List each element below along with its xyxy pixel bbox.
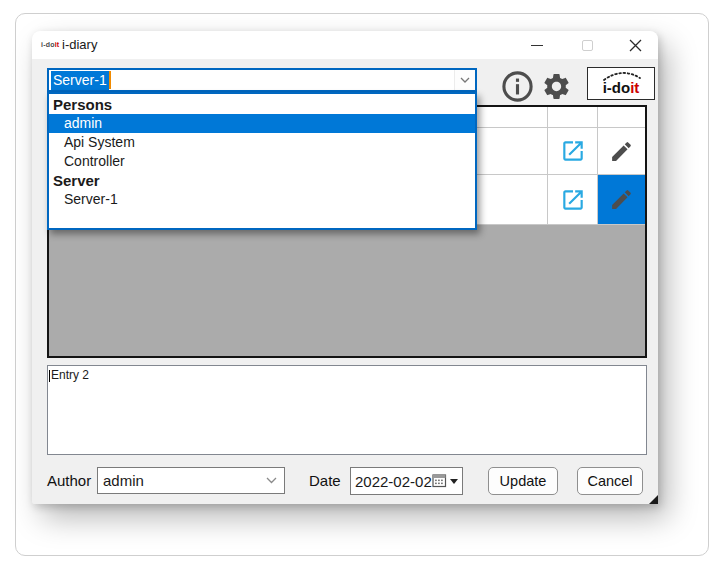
header-cell-open	[547, 107, 597, 127]
open-external-icon	[560, 138, 586, 164]
author-label: Author	[47, 472, 91, 489]
dropdown-group-server: Server	[49, 171, 475, 190]
resize-grip[interactable]	[649, 495, 658, 504]
screenshot-canvas: i-doit i-diary Server-1 Persons admin Ap…	[0, 0, 725, 570]
dropdown-arrow-icon	[450, 479, 458, 484]
object-combobox[interactable]: Server-1	[47, 68, 477, 92]
minimize-button[interactable]	[520, 31, 554, 59]
brand-arc-icon	[602, 70, 642, 81]
dropdown-item-controller[interactable]: Controller	[49, 152, 475, 171]
dropdown-item-admin[interactable]: admin	[49, 114, 475, 133]
combobox-dropdown-button[interactable]	[454, 70, 475, 90]
object-dropdown-list: Persons admin Api System Controller Serv…	[47, 92, 477, 230]
date-picker[interactable]: 2022-02-02	[350, 467, 463, 495]
minimize-icon	[531, 45, 543, 46]
text-caret	[109, 71, 111, 89]
header-cell-edit	[597, 107, 645, 127]
dropdown-item-server-1[interactable]: Server-1	[49, 190, 475, 209]
date-label: Date	[309, 472, 341, 489]
combobox-selected-text: Server-1	[51, 71, 109, 90]
info-icon	[501, 70, 534, 103]
window-titlebar: i-doit i-diary	[32, 31, 658, 59]
gear-icon	[541, 71, 572, 102]
date-value: 2022-02-02	[355, 473, 432, 490]
chevron-down-icon	[460, 77, 470, 83]
app-icon: i-doit	[41, 40, 59, 50]
dropdown-group-persons: Persons	[49, 95, 475, 114]
calendar-icon	[432, 474, 447, 488]
edit-icon	[609, 187, 634, 212]
close-icon	[629, 39, 642, 52]
dropdown-item-api-system[interactable]: Api System	[49, 133, 475, 152]
maximize-icon	[582, 40, 593, 51]
author-combobox[interactable]: admin	[97, 467, 285, 494]
edit-button-selected[interactable]	[597, 175, 645, 224]
text-caret	[49, 370, 50, 382]
brand-label: i-doit	[603, 80, 640, 96]
i-diary-window: i-doit i-diary Server-1 Persons admin Ap…	[32, 31, 658, 504]
edit-button[interactable]	[597, 128, 645, 174]
idoit-brand-button[interactable]: i-doit	[587, 67, 655, 100]
update-button[interactable]: Update	[488, 467, 558, 495]
entry-text: Entry 2	[51, 368, 89, 382]
chevron-down-icon	[266, 477, 277, 484]
maximize-button[interactable]	[570, 31, 604, 59]
window-title: i-diary	[62, 31, 97, 59]
cancel-button[interactable]: Cancel	[577, 467, 643, 495]
close-button[interactable]	[618, 31, 652, 59]
info-button[interactable]	[500, 69, 534, 103]
settings-button[interactable]	[540, 70, 573, 103]
open-external-button[interactable]	[547, 175, 597, 224]
author-value: admin	[103, 472, 144, 489]
edit-icon	[609, 139, 634, 164]
open-external-icon	[560, 187, 586, 213]
open-external-button[interactable]	[547, 128, 597, 174]
entry-text-area[interactable]: Entry 2	[47, 365, 647, 455]
